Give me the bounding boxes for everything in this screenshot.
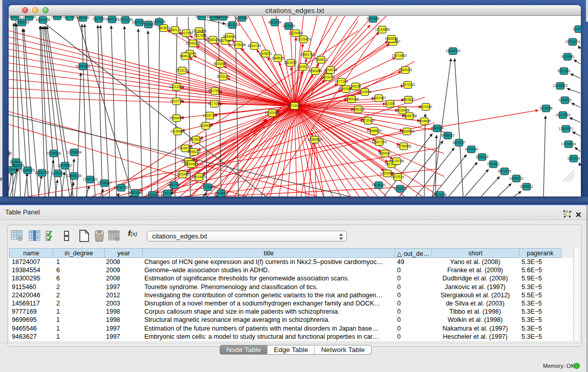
svg-text:2554646: 2554646 xyxy=(223,35,236,38)
svg-text:10973493: 10973493 xyxy=(392,54,407,57)
svg-text:10719155: 10719155 xyxy=(118,18,133,21)
svg-text:12942737: 12942737 xyxy=(35,171,50,174)
svg-text:9777169: 9777169 xyxy=(335,80,348,83)
svg-text:9912838: 9912838 xyxy=(9,151,12,155)
svg-text:9245612: 9245612 xyxy=(520,185,533,188)
svg-text:10654112: 10654112 xyxy=(509,177,524,180)
svg-text:24055714: 24055714 xyxy=(15,20,30,24)
svg-text:10756928: 10756928 xyxy=(397,144,411,148)
svg-text:10025438: 10025438 xyxy=(395,108,410,112)
svg-text:10975867: 10975867 xyxy=(58,164,73,167)
svg-text:19384554: 19384554 xyxy=(308,138,322,141)
svg-text:9084067: 9084067 xyxy=(378,151,391,155)
svg-text:13125419: 13125419 xyxy=(296,37,311,41)
svg-text:1527602: 1527602 xyxy=(92,17,105,20)
svg-text:2087682: 2087682 xyxy=(366,17,380,20)
svg-text:746266: 746266 xyxy=(350,84,361,88)
svg-text:1065326: 1065326 xyxy=(153,20,166,24)
svg-text:29676038: 29676038 xyxy=(231,43,246,47)
svg-text:1921850: 1921850 xyxy=(282,24,295,28)
svg-text:8427552: 8427552 xyxy=(208,89,222,93)
svg-text:17016504: 17016504 xyxy=(561,142,576,146)
svg-text:19654983: 19654983 xyxy=(169,116,184,120)
svg-text:7535940: 7535940 xyxy=(199,124,212,127)
svg-text:1362615: 1362615 xyxy=(296,65,310,69)
svg-text:1733426: 1733426 xyxy=(394,187,407,190)
svg-text:1603381: 1603381 xyxy=(216,16,230,18)
svg-text:6879197: 6879197 xyxy=(452,141,466,144)
svg-text:14136141: 14136141 xyxy=(372,183,386,187)
svg-text:11325419: 11325419 xyxy=(289,31,303,35)
svg-text:17359934: 17359934 xyxy=(67,150,82,154)
svg-text:13692971: 13692971 xyxy=(559,127,574,130)
svg-text:16648784: 16648784 xyxy=(446,49,461,53)
svg-text:12093872: 12093872 xyxy=(553,84,568,87)
svg-text:10807487: 10807487 xyxy=(372,96,386,100)
svg-text:12505135: 12505135 xyxy=(67,174,82,178)
svg-text:13572274: 13572274 xyxy=(225,23,240,27)
svg-text:1145194: 1145194 xyxy=(52,171,64,175)
svg-text:7632621: 7632621 xyxy=(487,162,500,166)
svg-text:8471676: 8471676 xyxy=(498,169,511,173)
svg-text:10543362: 10543362 xyxy=(186,41,201,45)
svg-text:9457791: 9457791 xyxy=(167,183,181,187)
svg-text:11156829: 11156829 xyxy=(20,168,35,172)
svg-text:14524851: 14524851 xyxy=(380,171,395,175)
svg-text:8678335: 8678335 xyxy=(189,138,203,141)
svg-text:9177004: 9177004 xyxy=(208,102,221,105)
svg-text:18807249: 18807249 xyxy=(372,140,387,144)
svg-text:9115460: 9115460 xyxy=(420,105,432,108)
svg-text:2803144: 2803144 xyxy=(216,75,230,78)
svg-text:1571649: 1571649 xyxy=(214,191,228,195)
svg-text:10688609: 10688609 xyxy=(367,129,382,133)
svg-text:10961765: 10961765 xyxy=(300,53,315,56)
svg-text:17957223: 17957223 xyxy=(83,178,98,181)
svg-text:1065326: 1065326 xyxy=(23,16,36,18)
svg-text:16154808: 16154808 xyxy=(375,28,390,31)
svg-text:16210643: 16210643 xyxy=(556,113,571,117)
svg-text:9146821: 9146821 xyxy=(259,52,272,55)
svg-text:6466160: 6466160 xyxy=(76,16,90,19)
svg-text:20206536: 20206536 xyxy=(47,151,61,155)
svg-text:3624554: 3624554 xyxy=(358,90,372,94)
svg-text:1292346: 1292346 xyxy=(161,191,174,195)
svg-text:10958117: 10958117 xyxy=(97,181,112,185)
svg-text:16782759: 16782759 xyxy=(114,186,129,189)
svg-text:8099489: 8099489 xyxy=(185,162,198,166)
svg-text:9242848: 9242848 xyxy=(213,62,227,65)
svg-text:1065327: 1065327 xyxy=(51,16,64,18)
svg-text:3215958: 3215958 xyxy=(539,106,553,110)
svg-text:20053346: 20053346 xyxy=(76,64,91,68)
svg-text:8498222: 8498222 xyxy=(187,150,201,154)
svg-text:3915414: 3915414 xyxy=(9,168,19,171)
svg-text:8912954: 8912954 xyxy=(180,31,193,35)
svg-text:16495758: 16495758 xyxy=(402,114,417,118)
svg-text:18724007: 18724007 xyxy=(287,104,302,107)
svg-text:1588520: 1588520 xyxy=(271,56,285,60)
svg-text:1244415: 1244415 xyxy=(558,98,572,102)
svg-text:13267110: 13267110 xyxy=(203,114,217,117)
svg-text:8813054: 8813054 xyxy=(268,20,281,24)
svg-text:9463627: 9463627 xyxy=(402,98,415,101)
svg-text:15716485: 15716485 xyxy=(201,185,215,189)
svg-text:989614: 989614 xyxy=(180,54,191,58)
svg-text:9474444: 9474444 xyxy=(465,147,478,151)
svg-text:1112753: 1112753 xyxy=(573,27,581,31)
svg-text:2522514: 2522514 xyxy=(391,175,404,179)
svg-text:12213363: 12213363 xyxy=(169,85,184,89)
svg-text:9129966: 9129966 xyxy=(561,55,574,58)
svg-text:15751074: 15751074 xyxy=(565,40,580,43)
svg-text:9227343: 9227343 xyxy=(557,69,571,73)
svg-text:20691406: 20691406 xyxy=(36,18,51,21)
svg-text:1621072: 1621072 xyxy=(321,75,335,79)
svg-text:8471676: 8471676 xyxy=(433,193,447,196)
svg-text:1292345: 1292345 xyxy=(146,193,159,196)
svg-text:62160: 62160 xyxy=(385,102,395,105)
svg-text:9699695: 9699695 xyxy=(418,119,431,123)
svg-text:6466160: 6466160 xyxy=(105,17,119,21)
svg-text:8990448: 8990448 xyxy=(309,69,322,73)
svg-text:8186328: 8186328 xyxy=(206,38,220,41)
svg-text:6794028: 6794028 xyxy=(324,68,337,72)
svg-text:1640954: 1640954 xyxy=(430,126,444,130)
svg-text:8938923: 8938923 xyxy=(441,134,454,137)
